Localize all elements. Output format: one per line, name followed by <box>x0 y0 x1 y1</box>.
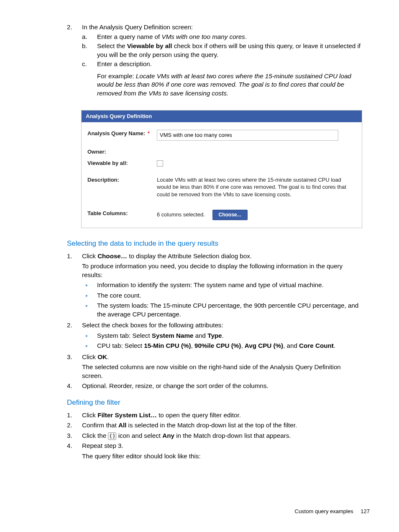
defining-filter-heading: Defining the filter <box>67 398 361 408</box>
step-2c-num: c. <box>82 60 87 69</box>
step-2: 2. In the Analysis Query Definition scre… <box>67 23 361 228</box>
defining-step-2: 2. Confirm that All is selected in the M… <box>67 421 361 430</box>
selecting-step-4: 4. Optional. Reorder, resize, or change … <box>67 382 361 391</box>
viewable-by-all-checkbox[interactable] <box>157 160 163 167</box>
group-paren-icon: ( ) <box>108 432 116 440</box>
sel-s3-pre: Click <box>82 353 97 360</box>
query-name-label: Analysis Query Name: * <box>87 130 157 137</box>
panel-title: Analysis Query Definition <box>82 111 362 122</box>
step-2b-num: b. <box>82 42 87 51</box>
required-icon: * <box>146 130 150 136</box>
sel-s2-intro: Select the check boxes for the following… <box>82 321 223 329</box>
sel-s4-text: Optional. Reorder, resize, or change the… <box>82 382 269 389</box>
page-number: 127 <box>361 508 370 514</box>
sel-s1-bold: Choose… <box>97 252 127 260</box>
defining-step-1: 1. Click Filter System List… to open the… <box>67 411 361 420</box>
list-item: CPU tab: Select 15-Min CPU (%), 90%ile C… <box>82 342 361 350</box>
step-2b-pre: Select the <box>97 42 127 49</box>
selecting-step-2: 2. Select the check boxes for the follow… <box>67 321 361 350</box>
sel-s1-pre: Click <box>82 252 97 260</box>
selecting-step-3: 3. Click OK. The selected columns are no… <box>67 353 361 380</box>
list-item: The core count. <box>82 291 361 300</box>
step-2-intro: In the Analysis Query Definition screen: <box>82 23 193 31</box>
step-2b-bold: Viewable by all <box>127 42 172 49</box>
table-columns-value: 6 columns selected. <box>157 211 205 218</box>
description-value: Locate VMs with at least two cores where… <box>157 176 356 198</box>
sel-s2-num: 2. <box>67 321 72 330</box>
query-name-input[interactable] <box>157 130 338 141</box>
list-item: System tab: Select System Name and Type. <box>82 332 361 340</box>
defining-step-4: 4. Repeat step 3. The query filter edito… <box>67 442 361 460</box>
list-item: The system loads: The 15-minute CPU perc… <box>82 301 361 319</box>
selecting-data-heading: Selecting the data to include in the que… <box>67 239 361 249</box>
step-2a-ital: VMs with one too many cores <box>162 33 245 40</box>
step-2b: b. Select the Viewable by all check box … <box>82 42 361 59</box>
sel-s3-bold: OK <box>97 353 107 360</box>
defining-step-3: 3. Click the ( ) icon and select Any in … <box>67 432 361 440</box>
sel-s1-num: 1. <box>67 252 72 261</box>
viewable-by-all-label: Viewable by all: <box>87 159 157 167</box>
footer-text: Custom query examples <box>295 508 353 514</box>
step-2a: a. Enter a query name of VMs with one to… <box>82 33 361 41</box>
step-2c-line1: Enter a description. <box>97 60 152 67</box>
step-2-num: 2. <box>67 23 72 32</box>
step-2a-pre: Enter a query name of <box>97 33 162 40</box>
step-2a-num: a. <box>82 33 87 41</box>
sel-s3-post: . <box>107 353 109 360</box>
selecting-step-1: 1. Click Choose… to display the Attribut… <box>67 252 361 319</box>
step-2a-post: . <box>245 33 247 40</box>
table-columns-label: Table Columns: <box>87 210 157 217</box>
analysis-query-definition-panel: Analysis Query Definition Analysis Query… <box>81 110 362 228</box>
step-2c: c. Enter a description. For example: Loc… <box>82 60 361 98</box>
page-footer: Custom query examples 127 <box>295 508 370 515</box>
step-2c-ex-pre: For example: <box>97 72 136 80</box>
sel-s4-num: 4. <box>67 382 72 391</box>
sel-s3-num: 3. <box>67 353 72 362</box>
list-item: Information to identify the system: The … <box>82 281 361 290</box>
description-label: Description: <box>87 176 157 184</box>
sel-s3-para: The selected columns are now visible on … <box>82 363 361 380</box>
sel-s1-post: to display the Attribute Selection dialo… <box>127 252 252 260</box>
owner-label: Owner: <box>87 148 157 156</box>
choose-button[interactable]: Choose... <box>212 210 248 220</box>
sel-s1-para: To produce information you need, you dec… <box>82 262 361 279</box>
